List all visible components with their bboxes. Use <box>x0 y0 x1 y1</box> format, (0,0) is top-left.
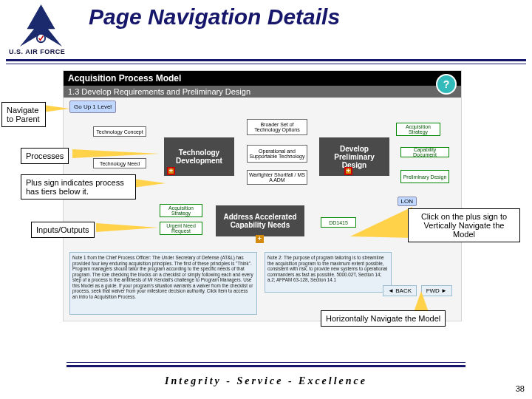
divider <box>66 365 466 367</box>
note-2: Note 2: The purpose of program tailoring… <box>265 252 392 293</box>
io-tech-concept[interactable]: Technology Concept <box>93 126 146 137</box>
svg-point-0 <box>37 34 45 42</box>
process-address-accel[interactable]: Address Accelerated Capability Needs <box>216 205 304 236</box>
footer-motto: Integrity - Service - Excellence <box>0 375 532 387</box>
callout-processes: Processes <box>21 148 69 164</box>
io-operational[interactable]: Operational and Supportable Technology <box>247 145 307 163</box>
io-acq-strategy-left[interactable]: Acquisition Strategy <box>160 204 202 217</box>
callout-io: Inputs/Outputs <box>31 222 95 238</box>
process-dev-prelim[interactable]: Develop Preliminary Design <box>319 137 389 176</box>
back-button[interactable]: ◄ BACK <box>383 285 417 296</box>
plus-icon-dev-prelim[interactable]: + <box>344 167 352 175</box>
callout-arrow <box>414 291 429 312</box>
note-1: Note 1 from the Chief Process Officer: T… <box>69 252 257 315</box>
divider <box>6 59 526 61</box>
divider <box>66 362 466 363</box>
callout-horiz-nav: Horizontally Navigate the Model <box>321 310 446 327</box>
panel-subheader: 1.3 Develop Requirements and Preliminary… <box>64 86 461 98</box>
io-tech-need[interactable]: Technology Need <box>93 158 146 168</box>
page-number: 38 <box>516 384 525 393</box>
help-icon[interactable]: ? <box>436 74 457 95</box>
page-title: Page Navigation Details <box>89 4 340 30</box>
callout-nav-parent: Navigate to Parent <box>1 102 46 127</box>
callout-plus-tiers: Plus sign indicates process has tiers be… <box>21 174 136 200</box>
io-urgent-need[interactable]: Urgent Need Request <box>160 222 202 235</box>
callout-arrow <box>43 105 69 112</box>
io-prelim-design[interactable]: Preliminary Design <box>400 170 449 183</box>
callout-arrow <box>133 179 166 188</box>
lon-button[interactable]: LON <box>398 197 417 206</box>
io-broader-options[interactable]: Broader Set of Technology Options <box>247 119 307 135</box>
org-name: U.S. AIR FORCE <box>9 48 65 55</box>
go-up-button[interactable]: Go Up 1 Level <box>69 100 116 113</box>
io-acq-strategy-right[interactable]: Acquisition Strategy <box>396 123 440 136</box>
divider <box>6 64 526 64</box>
callout-arrow <box>72 149 160 158</box>
callout-arrow <box>96 223 158 232</box>
io-warfighter[interactable]: Warfighter Shortfall / MS A ADM <box>247 170 307 185</box>
io-capability-doc[interactable]: Capability Document <box>400 147 449 157</box>
callout-click-plus: Click on the plus sign to Vertically Nav… <box>408 208 520 242</box>
callout-arrow <box>350 207 412 238</box>
plus-icon-tech-dev[interactable]: + <box>167 167 175 175</box>
plus-icon-accel[interactable]: + <box>256 235 264 243</box>
panel-header: Acquisition Process Model <box>64 71 461 86</box>
